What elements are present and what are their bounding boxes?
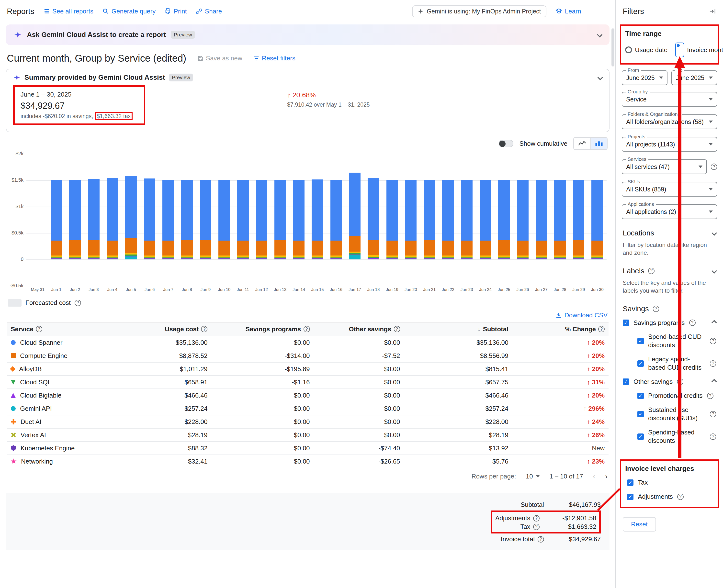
help-icon[interactable]: ?: [394, 326, 400, 332]
save-as-new-button[interactable]: Save as new: [197, 55, 242, 62]
checkbox-checked[interactable]: [637, 393, 644, 399]
stacked-bar[interactable]: [424, 180, 435, 259]
help-icon[interactable]: ?: [598, 326, 605, 332]
help-icon[interactable]: ?: [677, 493, 684, 500]
help-icon[interactable]: ?: [689, 319, 696, 326]
stacked-bar[interactable]: [536, 180, 547, 259]
rows-per-page-select[interactable]: 10: [526, 472, 540, 480]
stacked-bar[interactable]: [200, 180, 211, 259]
chevron-down-icon[interactable]: [597, 32, 603, 38]
table-row[interactable]: Cloud Spanner$35,136.00$0.00$0.00$35,136…: [7, 336, 608, 349]
stacked-bar[interactable]: [573, 180, 584, 259]
checkbox-row-sustained-use-discounts-suds-[interactable]: Sustained use discounts (SUDs)?: [637, 406, 716, 422]
table-row[interactable]: Networking$32.41$0.00-$26.65$5.76↑ 23%: [7, 455, 608, 468]
column-header-subtotal[interactable]: ↓Subtotal: [404, 322, 512, 336]
next-page-button[interactable]: ›: [605, 472, 607, 480]
help-icon[interactable]: ?: [710, 338, 716, 344]
help-icon[interactable]: ?: [533, 524, 540, 530]
table-row[interactable]: Compute Engine$8,878.52-$314.00-$7.52$8,…: [7, 349, 608, 362]
checkbox-checked[interactable]: [637, 434, 644, 440]
table-row[interactable]: Gemini API$257.24$0.00$0.00$257.24↑ 296%: [7, 402, 608, 415]
checkbox-checked[interactable]: [627, 493, 634, 500]
stacked-bar[interactable]: [368, 178, 379, 259]
see-all-reports-link[interactable]: See all reports: [43, 7, 94, 15]
chevron-down-icon[interactable]: [598, 75, 603, 80]
table-row[interactable]: AlloyDB$1,011.29-$195.89$0.00$815.41↑ 20…: [7, 362, 608, 376]
previous-page-button[interactable]: ‹: [593, 472, 595, 480]
checkbox-checked[interactable]: [627, 480, 634, 486]
stacked-bar[interactable]: [442, 180, 454, 259]
reset-filters-button[interactable]: Reset filters: [253, 55, 295, 62]
help-icon[interactable]: ?: [711, 164, 717, 170]
download-csv-button[interactable]: Download CSV: [555, 312, 607, 319]
help-icon[interactable]: ?: [653, 306, 659, 312]
to-month-select[interactable]: To June 2025: [672, 70, 717, 85]
skus-select[interactable]: SKUsAll SKUs (859): [622, 182, 717, 196]
checkbox-checked[interactable]: [637, 338, 644, 344]
chevron-down-icon[interactable]: [711, 268, 717, 274]
help-icon[interactable]: ?: [710, 434, 716, 440]
stacked-bar[interactable]: [219, 180, 230, 259]
help-icon[interactable]: ?: [201, 326, 207, 332]
stacked-bar[interactable]: [256, 180, 267, 259]
stacked-bar[interactable]: [69, 180, 81, 259]
stacked-bar[interactable]: [517, 180, 528, 259]
help-icon[interactable]: ?: [36, 326, 42, 332]
stacked-bar[interactable]: [330, 180, 342, 259]
chevron-down-icon[interactable]: [711, 230, 717, 236]
stacked-bar[interactable]: [293, 180, 305, 259]
stacked-bar[interactable]: [125, 176, 137, 259]
checkbox-row-promotional-credits[interactable]: Promotional credits?: [637, 392, 716, 400]
share-link[interactable]: Share: [196, 7, 222, 15]
checkbox-row-tax[interactable]: Tax: [627, 479, 712, 487]
checkbox-checked[interactable]: [623, 319, 629, 326]
folders-organizations-select[interactable]: Folders & OrganizationsAll folders/organ…: [622, 114, 717, 129]
stacked-bar[interactable]: [88, 179, 99, 259]
scrollbar-thumb[interactable]: [612, 28, 614, 66]
services-select[interactable]: ServicesAll services (47): [622, 160, 707, 174]
checkbox-row-legacy-spend-based-cud-credits[interactable]: Legacy spend-based CUD credits?: [637, 355, 716, 372]
stacked-bar[interactable]: [312, 180, 323, 259]
table-row[interactable]: Vertex AI$28.19$0.00$0.00$28.19↑ 26%: [7, 428, 608, 442]
invoice-month-radio[interactable]: [675, 43, 684, 57]
help-icon[interactable]: ?: [648, 268, 655, 274]
stacked-bar[interactable]: [498, 180, 510, 259]
column-header-usage-cost[interactable]: Usage cost?: [127, 322, 211, 336]
help-icon[interactable]: ?: [538, 536, 544, 543]
column-header-service[interactable]: Service?: [7, 322, 127, 336]
help-icon[interactable]: ?: [710, 360, 716, 367]
checkbox-row-spending-based-discounts[interactable]: Spending-based discounts?: [637, 428, 716, 445]
stacked-bar[interactable]: [349, 173, 360, 259]
table-row[interactable]: Duet AI$228.00$0.00$0.00$228.00↑ 24%: [7, 415, 608, 428]
stacked-bar[interactable]: [144, 178, 155, 259]
checkbox-row-adjustments[interactable]: Adjustments?: [627, 492, 712, 501]
stacked-bar[interactable]: [461, 180, 473, 259]
line-chart-button[interactable]: [574, 138, 591, 149]
stacked-bar[interactable]: [554, 180, 566, 259]
stacked-bar[interactable]: [387, 180, 398, 259]
column-header-other-savings[interactable]: Other savings?: [314, 322, 404, 336]
gemini-banner[interactable]: Ask Gemini Cloud Assist to create a repo…: [6, 24, 610, 45]
gemini-project-chip[interactable]: Gemini is using: My FinOps Admin Project: [412, 5, 546, 17]
column-header-savings-programs[interactable]: Savings programs?: [211, 322, 314, 336]
show-cumulative-toggle[interactable]: [499, 140, 513, 147]
stacked-bar[interactable]: [405, 180, 416, 259]
group-by-select[interactable]: Group byService: [622, 92, 717, 107]
print-link[interactable]: Print: [164, 7, 187, 15]
stacked-bar[interactable]: [274, 180, 286, 259]
chevron-up-icon[interactable]: [711, 379, 717, 384]
stacked-bar[interactable]: [181, 180, 193, 259]
generate-query-link[interactable]: Generate query: [102, 7, 156, 15]
chevron-up-icon[interactable]: [711, 320, 717, 326]
stacked-bar[interactable]: [480, 180, 491, 259]
checkbox-checked[interactable]: [623, 378, 629, 385]
reset-button[interactable]: Reset: [623, 517, 656, 531]
checkbox-checked[interactable]: [637, 360, 644, 367]
checkbox-group-savings-programs[interactable]: Savings programs?: [623, 319, 716, 327]
usage-date-radio[interactable]: [625, 46, 632, 53]
table-row[interactable]: Cloud Bigtable$466.46$0.00$0.00$466.46↑ …: [7, 389, 608, 402]
from-month-select[interactable]: From June 2025: [622, 70, 667, 85]
stacked-bar[interactable]: [237, 180, 248, 259]
help-icon[interactable]: ?: [707, 393, 714, 399]
checkbox-checked[interactable]: [637, 411, 644, 417]
